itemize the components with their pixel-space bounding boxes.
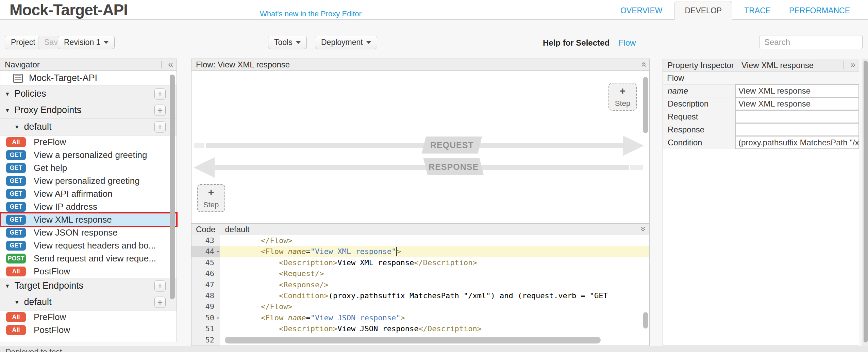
collapse-panel-icon[interactable]: «	[168, 59, 173, 70]
target-flow-item-preflow[interactable]: All PreFlow	[0, 310, 177, 323]
property-value-field[interactable]: (proxy.pathsuffix MatchesPath "/xml") an…	[735, 136, 859, 149]
code-text: </Flow>	[220, 301, 649, 312]
collapse-flow-icon[interactable]: »	[638, 62, 649, 67]
method-badge: GET	[6, 163, 26, 173]
method-badge: All	[6, 325, 26, 335]
deployment-menu-button[interactable]: Deployment	[315, 36, 377, 49]
code-line-44[interactable]: 44▾ <Flow name="View XML response">	[191, 246, 649, 257]
response-flow-stub	[630, 165, 643, 170]
section-proxy-endpoints[interactable]: ▾ Proxy Endpoints +	[0, 102, 177, 118]
add-policy-button[interactable]: +	[154, 88, 166, 99]
property-value-field[interactable]: View XML response	[735, 97, 859, 110]
code-line-45[interactable]: 45 <Description>View XML response</Descr…	[191, 257, 649, 268]
code-line-47[interactable]: 47 <Response/>	[191, 279, 649, 290]
request-flow-stub	[194, 143, 204, 148]
flow-item[interactable]: GET View IP address	[0, 200, 177, 213]
section-label: default	[24, 297, 52, 307]
main-tabs: OVERVIEW DEVELOP TRACE PERFORMANCE	[611, 0, 859, 20]
window-scrollbar-thumb[interactable]	[864, 61, 868, 342]
add-target-flow-button[interactable]: +	[154, 297, 166, 308]
tab-performance[interactable]: PERFORMANCE	[780, 1, 859, 20]
navigator-proxy-root[interactable]: Mock-Target-API	[0, 71, 177, 86]
property-row-name: name View XML response	[663, 84, 859, 97]
code-line-46[interactable]: 46 <Request/>	[191, 268, 649, 279]
add-proxy-endpoint-button[interactable]: +	[154, 105, 166, 116]
section-target-default[interactable]: ▾ default +	[0, 294, 177, 310]
code-vertical-scrollbar[interactable]	[643, 312, 648, 329]
proxy-summary-icon	[13, 74, 23, 83]
code-text: <Description>View XML response</Descript…	[220, 257, 649, 268]
expand-panel-icon[interactable]: »	[850, 60, 855, 70]
code-endpoint-name: default	[225, 225, 249, 234]
property-row-request: Request	[663, 110, 859, 123]
navigator-scrollbar[interactable]	[170, 75, 175, 299]
tab-develop[interactable]: DEVELOP	[674, 1, 732, 20]
add-target-endpoint-button[interactable]: +	[154, 280, 166, 291]
deployment-menu-label: Deployment	[321, 38, 363, 47]
code-line-51[interactable]: 51 <Description>View JSON response</Desc…	[191, 323, 649, 334]
section-label: default	[24, 122, 52, 132]
property-row-description: Description View XML response	[663, 97, 859, 110]
property-value-field[interactable]	[735, 123, 859, 136]
add-step-button-response[interactable]: + Step	[197, 184, 225, 212]
help-for-selected: Help for Selected Flow	[543, 38, 636, 48]
revision-menu-button[interactable]: Revision 1	[58, 36, 115, 49]
flow-item-label: PostFlow	[34, 266, 70, 277]
flow-item-selected[interactable]: GET View XML response	[0, 213, 177, 226]
tab-trace[interactable]: TRACE	[735, 1, 780, 20]
xml-code-editor[interactable]: 43 </Flow> 44▾ <Flow name="View XML resp…	[191, 235, 649, 346]
code-text: <Description>View JSON response</Descrip…	[220, 323, 649, 334]
fold-arrow-icon[interactable]: ▾	[217, 246, 219, 257]
flow-item[interactable]: GET View JSON response	[0, 226, 177, 239]
whats-new-link[interactable]: What's new in the Proxy Editor	[260, 10, 362, 18]
code-line-50[interactable]: 50▾ <Flow name="View JSON response">	[191, 313, 649, 323]
fold-arrow-icon[interactable]: ▾	[217, 313, 219, 323]
search-input[interactable]	[759, 35, 863, 49]
flow-item[interactable]: GET View API affirmation	[0, 187, 177, 200]
divider	[634, 226, 634, 233]
section-target-endpoints[interactable]: ▾ Target Endpoints +	[0, 278, 177, 294]
flow-header: Flow: View XML response »	[191, 59, 649, 71]
flow-item-preflow[interactable]: All PreFlow	[0, 135, 177, 148]
tab-overview[interactable]: OVERVIEW	[611, 1, 672, 20]
code-line-49[interactable]: 49 </Flow>	[191, 301, 649, 312]
apigee-proxy-editor: Mock-Target-API What's new in the Proxy …	[0, 0, 868, 352]
tools-menu-button[interactable]: Tools	[268, 36, 307, 49]
flow-item-label: PreFlow	[34, 312, 66, 322]
method-badge: GET	[6, 176, 26, 186]
flow-item[interactable]: GET View a personalized greeting	[0, 148, 177, 161]
flow-scrollbar[interactable]	[643, 77, 648, 133]
section-policies[interactable]: ▾ Policies +	[0, 86, 177, 102]
chevron-down-icon	[366, 41, 371, 44]
property-row-response: Response	[663, 123, 859, 136]
property-label: name	[663, 84, 735, 97]
flow-item[interactable]: GET Get help	[0, 161, 177, 174]
flow-item[interactable]: GET View request headers and bo...	[0, 239, 177, 252]
code-text: </Flow>	[220, 235, 649, 246]
line-number: 47	[191, 279, 220, 290]
flow-item[interactable]: POST Send request and view reque...	[0, 252, 177, 265]
method-badge: GET	[6, 150, 26, 160]
flow-item[interactable]: GET View personalized greeting	[0, 174, 177, 187]
line-number: 52	[191, 335, 220, 346]
flow-item-label: View a personalized greeting	[34, 150, 147, 160]
target-flow-item-postflow[interactable]: All PostFlow	[0, 323, 177, 336]
navigator-title: Navigator	[5, 60, 40, 69]
step-label: Step	[203, 201, 219, 209]
status-bar: Deployed to test	[0, 346, 868, 352]
collapse-code-icon[interactable]: »	[638, 226, 649, 231]
property-value-field[interactable]: View XML response	[735, 84, 859, 97]
deployment-status-text: Deployed to test	[5, 348, 62, 352]
window-scrollbar-track[interactable]	[863, 59, 868, 346]
add-flow-button[interactable]: +	[154, 121, 166, 132]
flow-item-postflow[interactable]: All PostFlow	[0, 265, 177, 278]
help-flow-link[interactable]: Flow	[619, 38, 636, 47]
flow-item-label: View IP address	[34, 202, 97, 212]
code-line-48[interactable]: 48 <Condition>(proxy.pathsuffix MatchesP…	[191, 290, 649, 301]
code-line-43[interactable]: 43 </Flow>	[191, 235, 649, 246]
code-horizontal-scrollbar[interactable]	[225, 337, 601, 343]
navigator-header: Navigator «	[0, 59, 177, 71]
add-step-button-request[interactable]: + Step	[608, 83, 637, 111]
property-value-field[interactable]	[735, 110, 859, 123]
section-proxy-default[interactable]: ▾ default +	[0, 118, 177, 135]
